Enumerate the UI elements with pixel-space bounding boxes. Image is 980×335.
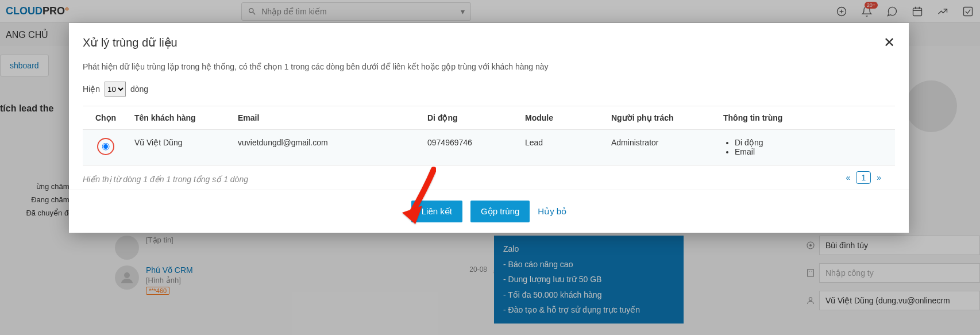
col-select: Chọn (83, 106, 129, 130)
showing-label: Hiển thị từ dòng 1 đến 1 trong tổng số 1… (83, 175, 895, 184)
col-name: Tên khách hàng (129, 106, 232, 130)
cell-dupeinfo: Di động Email (717, 130, 895, 165)
row-radio[interactable] (97, 138, 114, 155)
col-module: Module (519, 106, 605, 130)
show-pre-label: Hiện (83, 84, 100, 94)
close-icon[interactable]: ✕ (883, 36, 895, 49)
table-row[interactable]: Vũ Việt Dũng vuvietdungdl@gmail.com 0974… (83, 130, 895, 165)
pager-next[interactable]: » (877, 173, 881, 182)
duplicate-modal: Xử lý trùng dữ liệu ✕ Phát hiện dữ liệu … (69, 23, 909, 233)
col-dupeinfo: Thông tin trùng (717, 106, 895, 130)
pager-current[interactable]: 1 (856, 171, 871, 184)
cell-name: Vũ Việt Dũng (129, 130, 232, 165)
page-size-select[interactable]: 10 (105, 82, 126, 97)
cell-mobile: 0974969746 (422, 130, 519, 165)
merge-button[interactable]: Gộp trùng (470, 201, 530, 222)
modal-title: Xử lý trùng dữ liệu (83, 36, 178, 49)
show-post-label: dòng (130, 84, 148, 94)
cell-owner: Administrator (605, 130, 717, 165)
col-mobile: Di động (422, 106, 519, 130)
col-email: Email (232, 106, 422, 130)
link-button[interactable]: Liên kết (411, 201, 462, 222)
duplicate-table: Chọn Tên khách hàng Email Di động Module… (83, 106, 895, 165)
cell-module: Lead (519, 130, 605, 165)
cell-email: vuvietdungdl@gmail.com (232, 130, 422, 165)
modal-description: Phát hiện dữ liệu trùng lặp trong hệ thố… (83, 62, 895, 71)
col-owner: Người phụ trách (605, 106, 717, 130)
pager-prev[interactable]: « (846, 173, 851, 182)
cancel-button[interactable]: Hủy bỏ (538, 206, 566, 217)
